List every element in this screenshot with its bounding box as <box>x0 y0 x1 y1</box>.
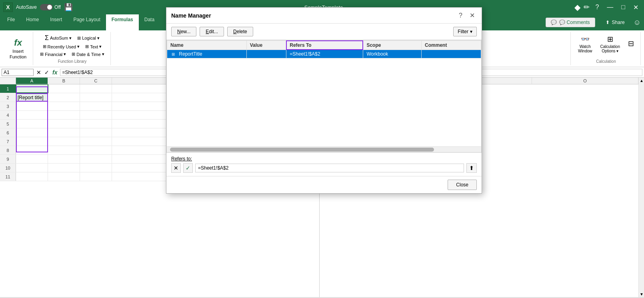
edit-button[interactable]: Edit... <box>200 27 224 36</box>
cell-b4[interactable] <box>48 111 80 119</box>
tab-home[interactable]: Home <box>20 14 44 30</box>
cell-c6[interactable] <box>80 128 112 137</box>
financial-button[interactable]: ⊞ Financial ▾ <box>38 51 68 58</box>
diamond-icon: ◆ <box>574 2 580 12</box>
datetime-button[interactable]: ⊞ Date & Time ▾ <box>70 51 106 58</box>
cell-c3[interactable] <box>80 102 112 110</box>
insert-function-button[interactable]: fx InsertFunction <box>7 36 29 60</box>
logical-button[interactable]: ⊞ Logical ▾ <box>75 35 102 42</box>
cell-b11[interactable] <box>48 172 80 181</box>
cell-a6[interactable] <box>16 128 48 137</box>
toggle-switch[interactable] <box>40 4 53 10</box>
refers-to-cancel-btn[interactable]: ✕ <box>171 163 181 173</box>
recently-used-button[interactable]: ⊞ Recently Used ▾ <box>41 43 82 50</box>
cell-c10[interactable] <box>80 164 112 172</box>
minimize-button[interactable]: — <box>604 3 616 12</box>
financial-arrow: ▾ <box>64 52 66 57</box>
cell-b5[interactable] <box>48 120 80 128</box>
refers-to-header-text: Refers To <box>290 42 311 48</box>
title-bar-left: X AutoSave Off 💾 <box>3 2 73 12</box>
close-dialog-button[interactable]: Close <box>448 180 477 190</box>
scrollbar-thumb[interactable] <box>170 148 434 152</box>
help-button[interactable]: ? <box>593 3 601 12</box>
refers-to-expand-btn[interactable]: ⬆ <box>466 163 477 173</box>
cell-value <box>246 50 286 58</box>
refers-to-confirm-btn[interactable]: ✓ <box>183 163 193 173</box>
table-row[interactable]: ⊞ ReportTitle =Sheet1!$A$2 Workbook <box>167 50 481 58</box>
cell-a1[interactable] <box>16 84 48 93</box>
vertical-scrollbar[interactable]: ▲ ▼ <box>638 78 644 297</box>
cell-b1[interactable] <box>48 84 80 93</box>
cell-b3[interactable] <box>48 102 80 110</box>
smiley-icon[interactable]: ☺ <box>634 18 641 27</box>
delete-button[interactable]: Delete <box>227 27 253 36</box>
cell-c4[interactable] <box>80 111 112 119</box>
cell-b9[interactable] <box>48 155 80 163</box>
name-box[interactable] <box>2 69 34 76</box>
cell-a5[interactable] <box>16 120 48 128</box>
cell-c2[interactable] <box>80 93 112 102</box>
save-icon[interactable]: 💾 <box>64 3 73 12</box>
share-button[interactable]: ⬆ Share <box>601 18 630 27</box>
col-header-o[interactable]: O <box>532 78 638 84</box>
scroll-up-btn[interactable]: ▲ <box>639 78 644 84</box>
cell-c5[interactable] <box>80 120 112 128</box>
text-icon: ⊞ <box>85 44 89 49</box>
tab-formulas[interactable]: Formulas <box>106 14 139 30</box>
cell-b7[interactable] <box>48 137 80 146</box>
name-value: ReportTitle <box>179 51 202 57</box>
calc-now-button[interactable]: ⊟ <box>626 38 636 50</box>
new-button[interactable]: New... <box>171 27 196 36</box>
row-num-8: 8 <box>0 146 16 154</box>
close-button[interactable]: ✕ <box>631 3 641 12</box>
col-header-a[interactable]: A <box>16 78 48 84</box>
col-comment: Comment <box>422 41 481 50</box>
refers-to-field[interactable] <box>195 164 464 172</box>
fx-icon: fx <box>14 38 22 48</box>
cell-c1[interactable] <box>80 84 112 93</box>
cell-b8[interactable] <box>48 146 80 154</box>
row-num-9: 9 <box>0 155 16 163</box>
name-manager-dialog[interactable]: Name Manager ? ✕ New... Edit... Delete F… <box>166 7 482 194</box>
cell-a7[interactable] <box>16 137 48 146</box>
tab-data[interactable]: Data <box>139 14 160 30</box>
calc-options-button[interactable]: ⊞ CalculationOptions ▾ <box>598 34 622 54</box>
comments-button[interactable]: 💬 💬 Comments <box>546 18 595 27</box>
cell-c11[interactable] <box>80 172 112 181</box>
cell-b6[interactable] <box>48 128 80 137</box>
autosave-toggle[interactable]: Off <box>40 4 61 10</box>
refers-to-underline: R <box>171 156 175 162</box>
tab-file[interactable]: File <box>2 14 20 30</box>
horizontal-scrollbar[interactable] <box>167 146 481 152</box>
datetime-label: Date & Time <box>76 52 101 57</box>
cell-a10[interactable] <box>16 164 48 172</box>
financial-icon: ⊞ <box>40 52 44 57</box>
col-header-b[interactable]: B <box>48 78 80 84</box>
cancel-formula-btn[interactable]: ✕ <box>35 69 42 76</box>
comments-label: 💬 Comments <box>559 20 590 25</box>
fx-formula-btn[interactable]: fx <box>51 69 58 76</box>
watch-window-button[interactable]: 👓 WatchWindow <box>576 34 595 54</box>
cell-a9[interactable] <box>16 155 48 163</box>
dialog-help-btn[interactable]: ? <box>457 11 464 20</box>
cell-c8[interactable] <box>80 146 112 154</box>
cell-b2[interactable] <box>48 93 80 102</box>
confirm-formula-btn[interactable]: ✓ <box>43 69 50 76</box>
maximize-button[interactable]: □ <box>619 3 628 12</box>
cell-a8[interactable] <box>16 146 48 154</box>
cell-a3[interactable] <box>16 102 48 110</box>
cell-a2[interactable]: [Report title] <box>16 93 48 102</box>
cell-c9[interactable] <box>80 155 112 163</box>
tab-page-layout[interactable]: Page Layout <box>68 14 106 30</box>
cell-c7[interactable] <box>80 137 112 146</box>
dialog-close-btn[interactable]: ✕ <box>468 11 477 20</box>
text-button[interactable]: ⊞ Text ▾ <box>83 43 104 50</box>
cell-a4[interactable] <box>16 111 48 119</box>
cell-a11[interactable] <box>16 172 48 181</box>
autosum-button[interactable]: Σ AutoSum ▾ <box>43 34 74 42</box>
scroll-down-btn[interactable]: ▼ <box>639 291 644 297</box>
filter-button[interactable]: Filter ▾ <box>453 27 477 36</box>
tab-insert[interactable]: Insert <box>44 14 68 30</box>
cell-b10[interactable] <box>48 164 80 172</box>
col-header-c[interactable]: C <box>80 78 112 84</box>
